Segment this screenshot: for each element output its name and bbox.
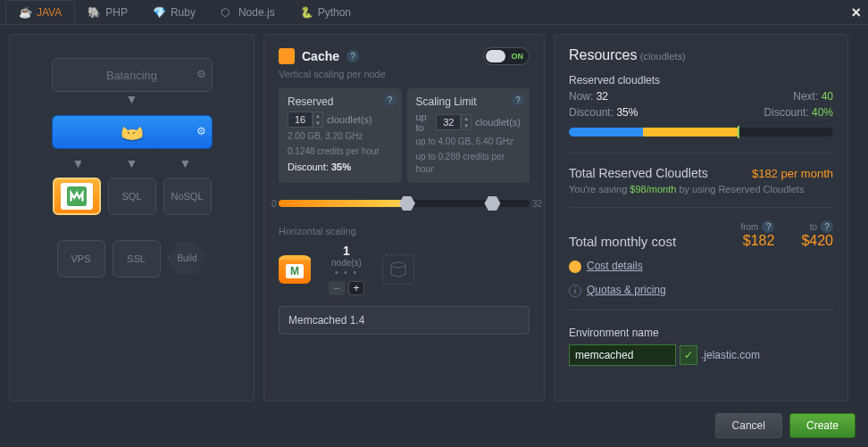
- check-icon: ✓: [680, 345, 697, 365]
- ssl-block[interactable]: SSL: [113, 240, 161, 277]
- ruby-icon: 💎: [153, 6, 165, 19]
- arrow-down-icon: ▼: [72, 156, 85, 170]
- resources-panel: Resources (cloudlets) Reserved cloudlets…: [554, 34, 848, 401]
- tab-node[interactable]: ⬡Node.js: [208, 0, 288, 24]
- close-icon[interactable]: ×: [851, 4, 861, 22]
- add-node-ghost[interactable]: [382, 254, 414, 285]
- balancing-block[interactable]: Balancing ⚙: [52, 58, 213, 92]
- arrow-down-icon: ▼: [126, 92, 138, 106]
- node-icon: ⬡: [221, 6, 233, 19]
- tomcat-icon: [119, 123, 146, 141]
- tab-python[interactable]: 🐍Python: [288, 0, 363, 24]
- gear-icon[interactable]: ⚙: [196, 125, 206, 137]
- create-button[interactable]: Create: [789, 413, 855, 438]
- arrow-down-icon: ▼: [126, 156, 138, 170]
- limit-spinner[interactable]: ▲▼: [436, 114, 472, 130]
- resources-title: Resources: [569, 47, 637, 62]
- quotas-link[interactable]: Quotas & pricing: [587, 284, 666, 296]
- info-icon: i: [569, 285, 581, 297]
- node-plus[interactable]: +: [348, 281, 364, 295]
- cloudlet-slider[interactable]: 0 32: [279, 195, 530, 211]
- svg-point-1: [391, 262, 405, 268]
- app-server-block[interactable]: ⚙: [52, 115, 213, 149]
- sql-block[interactable]: SQL: [108, 178, 156, 215]
- reserved-spinner[interactable]: ▲▼: [288, 112, 323, 128]
- help-icon[interactable]: ?: [762, 220, 774, 233]
- php-icon: 🐘: [88, 6, 100, 19]
- vscale-label: Vertical scaling per node: [279, 69, 530, 79]
- lang-tabs: ☕JAVA 🐘PHP 💎Ruby ⬡Node.js 🐍Python ×: [0, 0, 868, 25]
- reserved-card: ? Reserved ▲▼ cloudlet(s) 2.00 GB, 3.20 …: [279, 88, 402, 183]
- limit-card: ? Scaling Limit up to ▲▼ cloudlet(s) up …: [407, 88, 530, 183]
- nosql-block[interactable]: NoSQL: [163, 178, 212, 215]
- coin-icon: [569, 261, 581, 273]
- cache-toggle[interactable]: ON: [483, 47, 530, 65]
- slider-handle-limit[interactable]: [484, 195, 500, 211]
- gear-icon[interactable]: ⚙: [196, 68, 206, 80]
- cache-block[interactable]: [53, 178, 101, 215]
- cost-details-link[interactable]: Cost details: [587, 260, 643, 272]
- node-minus[interactable]: −: [329, 281, 345, 295]
- cancel-button[interactable]: Cancel: [715, 413, 782, 438]
- build-block[interactable]: Build: [168, 240, 207, 276]
- node-outline-icon: [389, 261, 407, 277]
- vps-block[interactable]: VPS: [57, 240, 105, 277]
- arrow-down-icon: ▼: [179, 156, 192, 170]
- stack-name[interactable]: Memcached 1.4: [279, 306, 530, 335]
- tab-php[interactable]: 🐘PHP: [75, 0, 140, 24]
- savings-text: You're saving $98/month by using Reserve…: [569, 184, 833, 195]
- hscale-label: Horizontal scaling: [279, 226, 530, 236]
- section-title: Cache: [302, 49, 339, 63]
- help-icon[interactable]: ?: [346, 50, 359, 62]
- tab-java[interactable]: ☕JAVA: [5, 0, 75, 24]
- topology-panel: Balancing ⚙ ▼ ⚙ ▼ ▼ ▼ SQL NoSQL VPS SSL …: [9, 34, 255, 401]
- memcached-icon: [67, 186, 87, 206]
- cache-icon: [279, 48, 295, 64]
- env-name-input[interactable]: [569, 344, 676, 366]
- help-icon[interactable]: ?: [821, 220, 833, 233]
- domain-suffix: .jelastic.com: [701, 349, 760, 361]
- java-icon: ☕: [19, 6, 31, 19]
- slider-handle-reserved[interactable]: [399, 195, 415, 211]
- node-icon: M: [279, 255, 311, 284]
- tab-ruby[interactable]: 💎Ruby: [140, 0, 208, 24]
- help-icon[interactable]: ?: [512, 94, 524, 106]
- config-panel: Cache ? ON Vertical scaling per node ? R…: [263, 34, 545, 401]
- svg-rect-0: [67, 186, 87, 206]
- python-icon: 🐍: [300, 6, 313, 19]
- discount-slider[interactable]: [569, 128, 833, 140]
- help-icon[interactable]: ?: [384, 94, 396, 106]
- slider-marker: [738, 126, 739, 138]
